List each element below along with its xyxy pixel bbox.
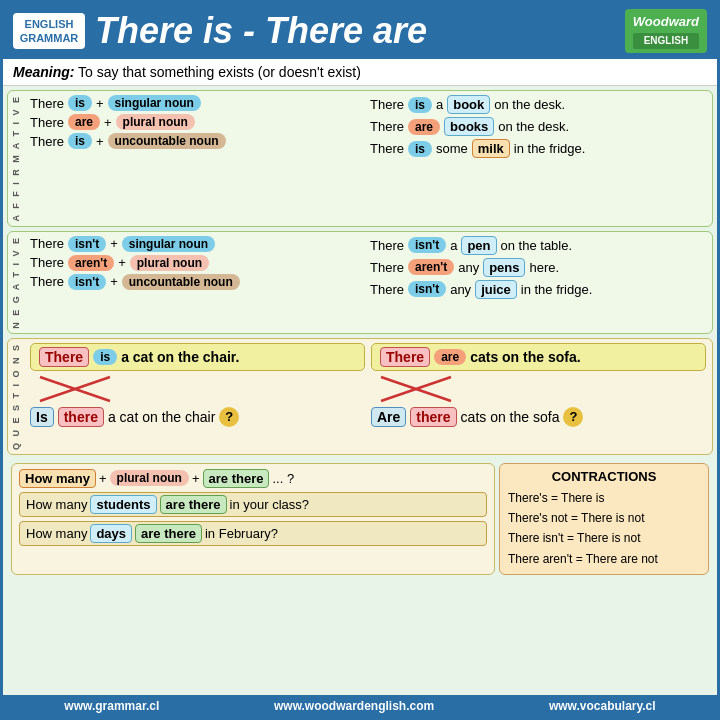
question-col-left: There is a cat on the chair. Is there a (30, 343, 365, 450)
x-arrows-right (371, 375, 491, 403)
affirmative-row-3: There is + uncountable noun (30, 133, 366, 149)
affirmative-ex-2: There are books on the desk. (370, 117, 706, 136)
negative-col-right: There isn't a pen on the table. There ar… (370, 236, 706, 329)
contractions-list: There's = There is There's not = There i… (508, 488, 700, 570)
affirmative-row-1: There is + singular noun (30, 95, 366, 111)
stmt-there-right: There (380, 347, 430, 367)
ex-book: book (447, 95, 490, 114)
stmt-are-right: are (434, 349, 466, 365)
woodward-badge: Woodward ENGLISH (625, 9, 707, 53)
question-row-right: Are there cats on the sofa ? (371, 407, 706, 427)
q-mark-left: ? (219, 407, 239, 427)
question-row-left: Is there a cat on the chair ? (30, 407, 365, 427)
how-many-formula: How many + plural noun + are there ... ? (19, 469, 487, 488)
negative-row-2: There aren't + plural noun (30, 255, 366, 271)
x-arrows-left (30, 375, 150, 403)
negative-row-3: There isn't + uncountable noun (30, 274, 366, 290)
affirmative-row-2: There are + plural noun (30, 114, 366, 130)
meaning-text: To say that something exists (or doesn't… (78, 64, 361, 80)
how-many-ex-1: How many students are there in your clas… (19, 492, 487, 517)
q-is-left: Is (30, 407, 54, 427)
are-there-ex-1: are there (160, 495, 227, 514)
how-many-box: How many + plural noun + are there ... ?… (11, 463, 495, 576)
arrows-left (30, 375, 365, 403)
neg-uncountable: uncountable noun (122, 274, 240, 290)
q-there-right: there (410, 407, 456, 427)
questions-panel: Q U E S T I O N S There is a cat on the … (7, 338, 713, 455)
stmt-right: There are cats on the sofa. (371, 343, 706, 371)
plural-noun-pill: plural noun (116, 114, 195, 130)
footer-link-1[interactable]: www.grammar.cl (64, 699, 159, 713)
bottom-section: How many + plural noun + are there ... ?… (7, 459, 713, 580)
how-many-label: How many (19, 469, 96, 488)
stmt-is-left: is (93, 349, 117, 365)
english-grammar-badge: ENGLISH GRAMMAR (13, 13, 85, 50)
main-title: There is - There are (95, 10, 615, 52)
affirmative-ex-3: There is some milk in the fridge. (370, 139, 706, 158)
neg-ex-isnt-2: isn't (408, 281, 446, 297)
affirmative-content: There is + singular noun There are + plu… (24, 91, 712, 226)
neg-isnt-1: isn't (68, 236, 106, 252)
questions-content: There is a cat on the chair. Is there a (24, 339, 712, 454)
neg-plural: plural noun (130, 255, 209, 271)
negative-col-left: There isn't + singular noun There aren't… (30, 236, 366, 329)
ex-students: students (90, 495, 156, 514)
ex-days: days (90, 524, 132, 543)
negative-label: N E G A T I V E (8, 232, 24, 333)
negative-panel: N E G A T I V E There isn't + singular n… (7, 231, 713, 334)
negative-content: There isn't + singular noun There aren't… (24, 232, 712, 333)
negative-ex-3: There isn't any juice in the fridge. (370, 280, 706, 299)
ex-is-2: is (408, 141, 432, 157)
uncountable-noun-pill: uncountable noun (108, 133, 226, 149)
footer-link-2[interactable]: www.woodwardenglish.com (274, 699, 434, 713)
ex-are-1: are (408, 119, 440, 135)
negative-ex-2: There aren't any pens here. (370, 258, 706, 277)
affirmative-label: A F F I R M A T I V E (8, 91, 24, 226)
verb-are-pill-1: are (68, 114, 100, 130)
questions-label: Q U E S T I O N S (8, 339, 24, 454)
ex-juice: juice (475, 280, 517, 299)
affirmative-col-left: There is + singular noun There are + plu… (30, 95, 366, 222)
affirmative-panel: A F F I R M A T I V E There is + singula… (7, 90, 713, 227)
main-container: ENGLISH GRAMMAR There is - There are Woo… (0, 0, 720, 720)
neg-singular: singular noun (122, 236, 215, 252)
question-col-right: There are cats on the sofa. Are there ca (371, 343, 706, 450)
singular-noun-pill: singular noun (108, 95, 201, 111)
negative-row-1: There isn't + singular noun (30, 236, 366, 252)
q-are-right: Are (371, 407, 406, 427)
contraction-4: There aren't = There are not (508, 549, 700, 569)
contractions-box: CONTRACTIONS There's = There is There's … (499, 463, 709, 576)
ex-books: books (444, 117, 494, 136)
verb-is-pill-2: is (68, 133, 92, 149)
affirmative-col-right: There is a book on the desk. There are b… (370, 95, 706, 222)
verb-is-pill-1: is (68, 95, 92, 111)
how-many-ex-2: How many days are there in February? (19, 521, 487, 546)
ex-milk: milk (472, 139, 510, 158)
neg-ex-arent: aren't (408, 259, 454, 275)
contractions-title: CONTRACTIONS (508, 469, 700, 484)
are-there-formula: are there (203, 469, 270, 488)
neg-ex-isnt-1: isn't (408, 237, 446, 253)
there-3: There (30, 134, 64, 149)
ex-pens: pens (483, 258, 525, 277)
stmt-there-left: There (39, 347, 89, 367)
footer: www.grammar.cl www.woodwardenglish.com w… (3, 695, 717, 717)
footer-link-3[interactable]: www.vocabulary.cl (549, 699, 656, 713)
are-there-ex-2: are there (135, 524, 202, 543)
negative-ex-1: There isn't a pen on the table. (370, 236, 706, 255)
contraction-2: There's not = There is not (508, 508, 700, 528)
ex-pen: pen (461, 236, 496, 255)
neg-arent: aren't (68, 255, 114, 271)
there-1: There (30, 96, 64, 111)
content-area: A F F I R M A T I V E There is + singula… (3, 86, 717, 695)
contraction-1: There's = There is (508, 488, 700, 508)
header: ENGLISH GRAMMAR There is - There are Woo… (3, 3, 717, 59)
neg-isnt-2: isn't (68, 274, 106, 290)
plural-noun-formula: plural noun (110, 470, 189, 486)
affirmative-ex-1: There is a book on the desk. (370, 95, 706, 114)
stmt-left: There is a cat on the chair. (30, 343, 365, 371)
q-mark-right: ? (563, 407, 583, 427)
meaning-bar: Meaning: To say that something exists (o… (3, 59, 717, 86)
there-2: There (30, 115, 64, 130)
meaning-label: Meaning: (13, 64, 74, 80)
